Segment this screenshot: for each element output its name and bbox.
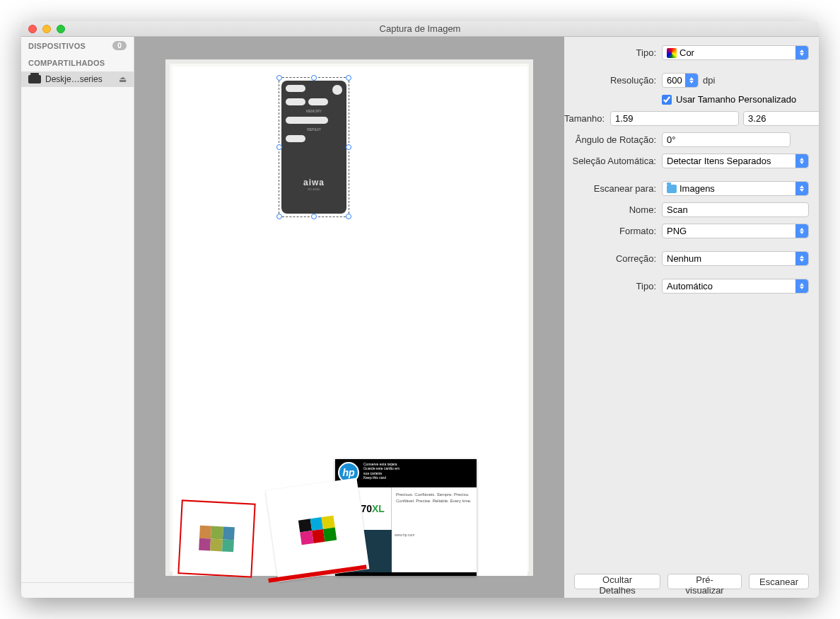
sidebar-shared-header: COMPARTILHADOS [21,54,134,71]
sidebar: DISPOSITIVOS 0 COMPARTILHADOS Deskje…ser… [21,37,134,598]
rotation-label: Ângulo de Rotação: [564,134,656,145]
chevron-updown-icon [795,279,808,293]
selection-handle[interactable] [276,75,282,81]
type2-label: Tipo: [564,281,656,291]
type2-select[interactable]: Automático [662,279,809,294]
eject-icon[interactable]: ⏏ [119,74,127,84]
sidebar-devices-header: DISPOSITIVOS 0 [21,37,134,54]
kind-select[interactable]: Cor [662,45,809,60]
settings-panel: Tipo: Cor Resolução: 600 [564,37,819,598]
sidebar-item-printer[interactable]: Deskje…series ⏏ [21,71,134,87]
scan-bed[interactable]: MEMORY REPEAT aiwa RC-EX05 [165,59,533,576]
close-icon[interactable] [28,25,37,33]
selection-handle[interactable] [346,144,351,150]
minimize-icon[interactable] [42,25,51,33]
zoom-icon[interactable] [57,25,65,33]
name-label: Nome: [564,204,656,215]
custom-size-label: Usar Tamanho Personalizado [676,94,796,105]
app-window: Captura de Imagem DISPOSITIVOS 0 COMPART… [21,21,819,598]
devices-label: DISPOSITIVOS [28,42,86,50]
color-kind-icon [667,48,677,58]
name-input[interactable] [662,202,809,217]
hp-xl: XL [372,503,385,514]
chevron-updown-icon [795,154,808,168]
kind-label: Tipo: [564,47,656,58]
autosel-select[interactable]: Detectar Itens Separados [662,154,809,168]
folder-icon [667,185,677,193]
scanto-label: Escanear para: [564,183,656,194]
settings-form: Tipo: Cor Resolução: 600 [564,37,819,565]
size-width-input[interactable] [610,111,739,126]
custom-size-checkbox[interactable] [662,95,672,105]
chevron-updown-icon [795,182,808,195]
size-label: Tamanho: [564,113,605,124]
selection-handle[interactable] [346,75,351,81]
selection-handle[interactable] [276,144,282,150]
titlebar: Captura de Imagem [21,21,819,37]
footer: Ocultar Detalhes Pré-visualizar Escanear [564,565,819,598]
scanned-swatch-card [177,499,255,577]
content: DISPOSITIVOS 0 COMPARTILHADOS Deskje…ser… [21,37,819,598]
selection-handle[interactable] [311,75,317,81]
selection-handle[interactable] [346,214,351,219]
rotation-input[interactable] [662,132,791,147]
format-select[interactable]: PNG [662,224,809,238]
format-label: Formato: [564,226,656,236]
window-title: Captura de Imagem [21,23,819,34]
chevron-updown-icon [685,74,698,87]
shared-label: COMPARTILHADOS [28,59,105,67]
preview-area: MEMORY REPEAT aiwa RC-EX05 [134,37,564,598]
scan-button[interactable]: Escanear [749,574,809,589]
correction-label: Correção: [564,253,656,264]
autosel-label: Seleção Automática: [564,156,656,166]
preview-button[interactable]: Pré-visualizar [667,574,742,589]
devices-count-badge: 0 [112,41,127,50]
resolution-unit: dpi [703,75,715,86]
selection-handle[interactable] [276,214,282,219]
hide-details-button[interactable]: Ocultar Detalhes [574,574,660,589]
chevron-updown-icon [795,252,808,265]
chevron-updown-icon [795,46,808,59]
selection-marquee[interactable] [279,77,349,217]
printer-icon [28,75,41,83]
sidebar-item-label: Deskje…series [45,74,103,84]
selection-handle[interactable] [311,214,317,219]
correction-select[interactable]: Nenhum [662,251,809,266]
resolution-label: Resolução: [564,75,656,86]
hp-card-text: Precisos. Confiáveis. Sempre. Preciso. C… [392,487,477,530]
size-height-input[interactable] [743,111,819,126]
scanned-bottom-items: hp Conserve esta tarjetaGuarde este cart… [165,449,533,576]
scanto-select[interactable]: Imagens [662,181,809,196]
resolution-select[interactable]: 600 [662,73,699,88]
chevron-updown-icon [795,224,808,238]
window-controls [21,25,65,33]
sidebar-bottom [21,582,134,598]
